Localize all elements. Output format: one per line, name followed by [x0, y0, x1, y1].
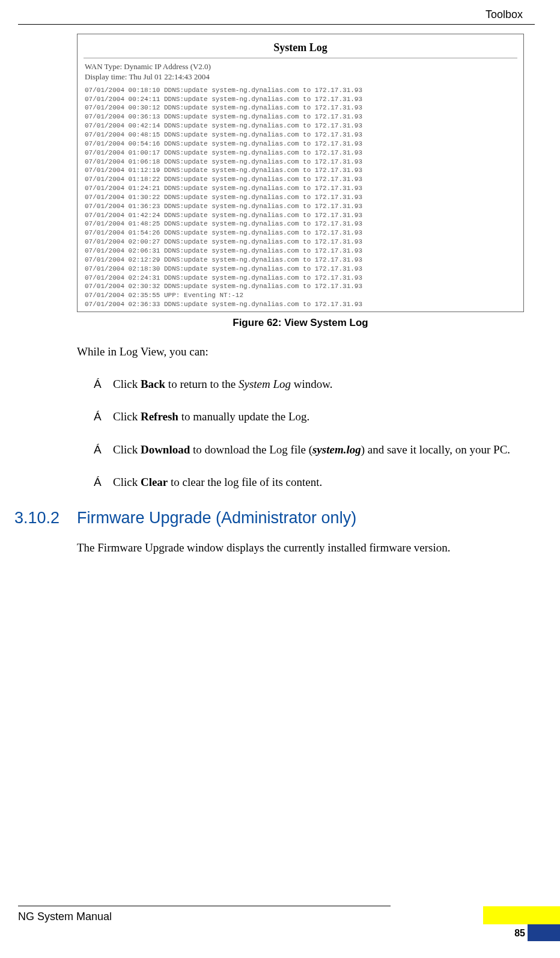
- accent-yellow: [483, 906, 560, 924]
- log-meta: WAN Type: Dynamic IP Address (V2.0) Disp…: [78, 62, 523, 86]
- log-entry: 07/01/2004 01:00:17 DDNS:update system-n…: [85, 149, 517, 158]
- log-entry: 07/01/2004 00:36:13 DDNS:update system-n…: [85, 112, 517, 121]
- log-entry: 07/01/2004 01:54:26 DDNS:update system-n…: [85, 229, 517, 238]
- footer-label: NG System Manual: [18, 910, 112, 923]
- log-entry: 07/01/2004 02:00:27 DDNS:update system-n…: [85, 238, 517, 247]
- log-entry: 07/01/2004 01:12:19 DDNS:update system-n…: [85, 166, 517, 175]
- log-entry: 07/01/2004 01:18:22 DDNS:update system-n…: [85, 175, 517, 184]
- log-entry: 07/01/2004 02:12:29 DDNS:update system-n…: [85, 256, 517, 265]
- log-entry: 07/01/2004 02:35:55 UPP: Eventing NT:-12: [85, 291, 517, 300]
- log-entry: 07/01/2004 02:18:30 DDNS:update system-n…: [85, 265, 517, 274]
- section-number: 3.10.2: [14, 509, 59, 527]
- log-entry: 07/01/2004 00:18:10 DDNS:update system-n…: [85, 86, 517, 95]
- log-entry: 07/01/2004 02:24:31 DDNS:update system-n…: [85, 274, 517, 283]
- bullet-text: Click Download to download the Log file …: [113, 440, 524, 459]
- log-entry: 07/01/2004 01:42:24 DDNS:update system-n…: [85, 211, 517, 220]
- system-log-screenshot: System Log WAN Type: Dynamic IP Address …: [77, 34, 524, 312]
- log-entry: 07/01/2004 00:30:12 DDNS:update system-n…: [85, 103, 517, 112]
- bullet-item: ÁClick Refresh to manually update the Lo…: [94, 407, 524, 426]
- log-entry: 07/01/2004 01:48:25 DDNS:update system-n…: [85, 220, 517, 229]
- log-entry: 07/01/2004 00:54:16 DDNS:update system-n…: [85, 140, 517, 149]
- log-entry: 07/01/2004 02:06:31 DDNS:update system-n…: [85, 247, 517, 256]
- accent-blue: [528, 924, 560, 941]
- bullet-mark: Á: [94, 407, 113, 426]
- log-entry: 07/01/2004 00:42:14 DDNS:update system-n…: [85, 121, 517, 130]
- header-rule: [18, 24, 535, 25]
- figure-caption: Figure 62: View System Log: [77, 317, 524, 329]
- bullet-list: ÁClick Back to return to the System Log …: [94, 375, 524, 492]
- bullet-text: Click Clear to clear the log file of its…: [113, 473, 524, 492]
- bold-term: Clear: [141, 476, 168, 488]
- log-display-time: Display time: Thu Jul 01 22:14:43 2004: [85, 72, 517, 82]
- log-entry: 07/01/2004 01:30:22 DDNS:update system-n…: [85, 193, 517, 202]
- log-wan-type: WAN Type: Dynamic IP Address (V2.0): [85, 62, 517, 72]
- bullet-text: Click Back to return to the System Log w…: [113, 375, 524, 394]
- bullet-mark: Á: [94, 440, 113, 459]
- document-page: Toolbox System Log WAN Type: Dynamic IP …: [0, 0, 560, 958]
- log-entries: 07/01/2004 00:18:10 DDNS:update system-n…: [78, 86, 523, 312]
- section-heading: 3.10.2 Firmware Upgrade (Administrator o…: [77, 509, 524, 527]
- log-entry: 07/01/2004 02:36:33 DDNS:update system-n…: [85, 300, 517, 309]
- section-title: Firmware Upgrade (Administrator only): [77, 509, 356, 527]
- bold-italic-term: system.log: [312, 443, 361, 456]
- running-header: Toolbox: [485, 8, 523, 21]
- footer-rule: [18, 906, 391, 906]
- log-entry: 07/01/2004 02:30:32 DDNS:update system-n…: [85, 282, 517, 291]
- log-entry: 07/01/2004 01:36:23 DDNS:update system-n…: [85, 202, 517, 211]
- bold-term: Download: [141, 443, 190, 456]
- log-divider: [84, 58, 517, 58]
- bold-term: Back: [141, 378, 165, 390]
- page-number: 85: [514, 928, 525, 939]
- bullet-item: ÁClick Download to download the Log file…: [94, 440, 524, 459]
- bullet-item: ÁClick Clear to clear the log file of it…: [94, 473, 524, 492]
- section-body: The Firmware Upgrade window displays the…: [77, 538, 524, 557]
- log-entry: 07/01/2004 01:06:18 DDNS:update system-n…: [85, 158, 517, 167]
- log-entry: 07/01/2004 01:24:21 DDNS:update system-n…: [85, 184, 517, 193]
- bullet-mark: Á: [94, 375, 113, 394]
- system-log-title: System Log: [78, 34, 523, 58]
- intro-text: While in Log View, you can:: [77, 342, 524, 361]
- log-entry: 07/01/2004 00:24:11 DDNS:update system-n…: [85, 95, 517, 104]
- bullet-text: Click Refresh to manually update the Log…: [113, 407, 524, 426]
- log-entry: 07/01/2004 00:48:15 DDNS:update system-n…: [85, 130, 517, 140]
- italic-term: System Log: [239, 378, 291, 390]
- bullet-item: ÁClick Back to return to the System Log …: [94, 375, 524, 394]
- bullet-mark: Á: [94, 473, 113, 492]
- content-area: System Log WAN Type: Dynamic IP Address …: [77, 34, 524, 571]
- bold-term: Refresh: [141, 410, 178, 423]
